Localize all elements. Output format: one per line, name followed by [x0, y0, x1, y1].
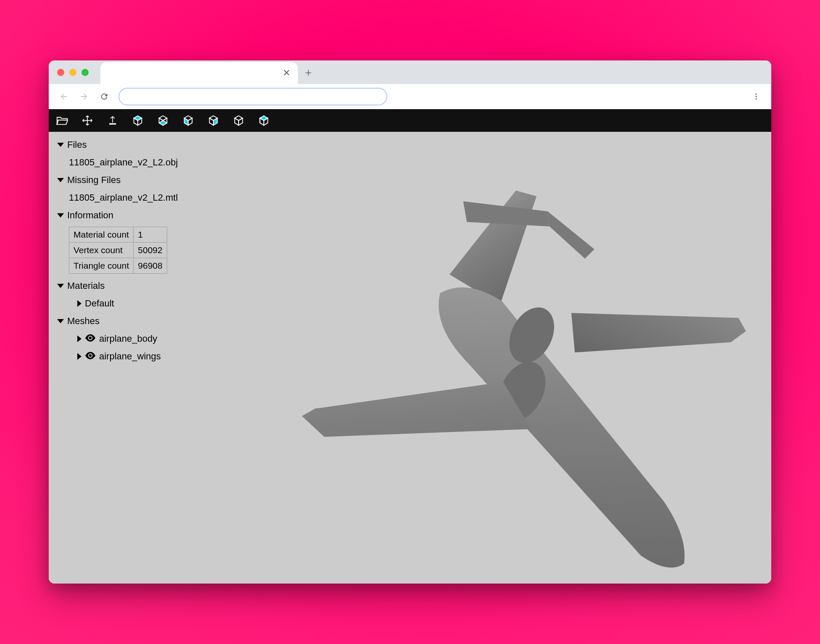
chevron-down-icon [57, 284, 64, 288]
chevron-right-icon [77, 335, 81, 342]
mesh-item[interactable]: airplane_wings [55, 348, 255, 365]
nav-reload-button[interactable] [96, 88, 113, 105]
cube-mode-1-icon [131, 114, 144, 127]
missing-files-heading: Missing Files [67, 175, 121, 186]
svg-marker-11 [184, 118, 188, 125]
chevron-down-icon [57, 319, 64, 323]
export-icon [107, 115, 118, 126]
side-panel: Files 11805_airplane_v2_L2.obj Missing F… [49, 132, 255, 584]
chevron-right-icon [77, 300, 81, 307]
move-button[interactable] [80, 113, 95, 128]
svg-marker-16 [235, 116, 243, 120]
chevron-down-icon [57, 213, 64, 217]
svg-marker-19 [260, 116, 268, 120]
info-value: 96908 [134, 258, 167, 274]
window-close-button[interactable] [57, 69, 64, 76]
svg-marker-12 [188, 118, 192, 125]
chevron-down-icon [57, 143, 64, 147]
info-value: 1 [134, 227, 167, 243]
svg-point-0 [755, 94, 757, 95]
information-table: Material count 1 Vertex count 50092 Tria… [69, 227, 167, 274]
browser-address-input[interactable] [127, 93, 379, 100]
table-row: Material count 1 [69, 227, 167, 243]
viewer-toolbar [49, 109, 771, 132]
mesh-name: airplane_wings [99, 351, 161, 362]
export-button[interactable] [105, 113, 120, 128]
cube-mode-2-icon [157, 114, 169, 127]
viewer-body: Files 11805_airplane_v2_L2.obj Missing F… [49, 132, 771, 584]
cube-mode-2-button[interactable] [155, 113, 171, 128]
meshes-section-header[interactable]: Meshes [55, 312, 255, 330]
information-heading: Information [67, 210, 113, 221]
material-item[interactable]: Default [55, 295, 255, 312]
chevron-down-icon [57, 178, 64, 182]
svg-marker-18 [239, 118, 242, 125]
cube-mode-6-button[interactable] [256, 113, 271, 128]
missing-file-item[interactable]: 11805_airplane_v2_L2.mtl [55, 189, 255, 207]
chevron-right-icon [77, 353, 81, 360]
arrow-left-icon [59, 92, 68, 101]
info-label: Vertex count [69, 243, 134, 258]
cube-mode-6-icon [258, 114, 270, 127]
move-icon [81, 115, 93, 126]
table-row: Triangle count 96908 [69, 258, 167, 274]
svg-marker-23 [556, 249, 750, 417]
info-label: Material count [69, 227, 134, 243]
cube-mode-5-button[interactable] [231, 113, 246, 128]
cube-mode-4-button[interactable] [206, 113, 221, 128]
file-name: 11805_airplane_v2_L2.obj [69, 157, 178, 168]
nav-back-button[interactable] [55, 88, 72, 105]
mesh-item[interactable]: airplane_body [55, 330, 255, 348]
file-item[interactable]: 11805_airplane_v2_L2.obj [55, 154, 255, 171]
cube-mode-5-icon [232, 114, 245, 127]
svg-marker-9 [159, 120, 167, 125]
info-label: Triangle count [69, 258, 134, 274]
cube-mode-1-button[interactable] [130, 113, 145, 128]
materials-section-header[interactable]: Materials [55, 277, 255, 295]
browser-tab-strip: ✕ ＋ [49, 60, 771, 84]
materials-heading: Materials [67, 280, 105, 291]
nav-forward-button[interactable] [76, 88, 92, 105]
arrow-right-icon [79, 92, 89, 101]
material-name: Default [85, 298, 114, 309]
files-heading: Files [67, 139, 87, 150]
cube-mode-3-button[interactable] [181, 113, 196, 128]
viewport-3d[interactable] [255, 132, 771, 584]
svg-marker-15 [213, 118, 217, 125]
missing-file-name: 11805_airplane_v2_L2.mtl [69, 192, 178, 203]
browser-menu-button[interactable] [748, 88, 765, 105]
visibility-toggle-icon[interactable] [85, 333, 96, 344]
close-tab-icon[interactable]: ✕ [283, 68, 290, 79]
browser-window: ✕ ＋ [49, 60, 771, 584]
mesh-name: airplane_body [99, 333, 157, 344]
browser-tab[interactable]: ✕ [100, 62, 298, 84]
missing-files-section-header[interactable]: Missing Files [55, 171, 255, 189]
information-section-header[interactable]: Information [55, 207, 255, 224]
window-zoom-button[interactable] [81, 69, 89, 76]
window-minimize-button[interactable] [69, 69, 76, 76]
table-row: Vertex count 50092 [69, 243, 167, 258]
browser-nav-bar [49, 84, 771, 109]
svg-marker-3 [134, 116, 142, 120]
new-tab-button[interactable]: ＋ [300, 63, 317, 81]
open-folder-icon [56, 114, 68, 127]
svg-marker-14 [210, 118, 213, 125]
visibility-toggle-icon[interactable] [85, 351, 96, 362]
svg-marker-24 [448, 177, 552, 305]
browser-address-bar[interactable] [118, 88, 387, 105]
svg-marker-6 [159, 116, 167, 120]
cube-mode-4-icon [207, 114, 220, 127]
info-value: 50092 [134, 243, 167, 258]
svg-point-2 [755, 98, 757, 99]
svg-marker-17 [235, 118, 239, 125]
svg-point-1 [755, 96, 757, 97]
meshes-heading: Meshes [67, 316, 100, 327]
files-section-header[interactable]: Files [55, 136, 255, 154]
model-render-placeholder [255, 132, 771, 584]
kebab-icon [752, 92, 760, 101]
cube-mode-3-icon [182, 114, 194, 127]
window-traffic-lights [57, 69, 89, 76]
reload-icon [100, 92, 109, 101]
open-folder-button[interactable] [55, 113, 70, 128]
